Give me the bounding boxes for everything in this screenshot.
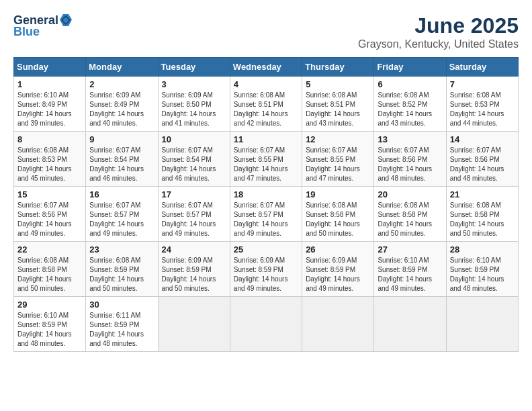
cell-info: Sunrise: 6:07 AMSunset: 8:56 PMDaylight:… <box>17 201 72 237</box>
day-number: 27 <box>378 244 442 255</box>
calendar-cell: 2 Sunrise: 6:09 AMSunset: 8:49 PMDayligh… <box>86 77 158 132</box>
cell-info: Sunrise: 6:08 AMSunset: 8:52 PMDaylight:… <box>378 91 432 127</box>
cell-info: Sunrise: 6:07 AMSunset: 8:56 PMDaylight:… <box>450 146 504 182</box>
day-number: 14 <box>450 134 515 144</box>
header-wednesday: Wednesday <box>230 58 302 77</box>
calendar-cell: 27 Sunrise: 6:10 AMSunset: 8:59 PMDaylig… <box>374 242 446 297</box>
calendar-cell <box>374 297 446 352</box>
header-friday: Friday <box>374 58 446 77</box>
day-number: 24 <box>162 244 226 255</box>
cell-info: Sunrise: 6:08 AMSunset: 8:58 PMDaylight:… <box>17 257 72 292</box>
calendar-cell: 7 Sunrise: 6:08 AMSunset: 8:53 PMDayligh… <box>446 77 518 132</box>
header-sunday: Sunday <box>14 58 86 77</box>
day-number: 21 <box>450 189 515 199</box>
day-number: 10 <box>162 134 226 144</box>
calendar-cell: 30 Sunrise: 6:11 AMSunset: 8:59 PMDaylig… <box>86 297 158 352</box>
cell-info: Sunrise: 6:08 AMSunset: 8:53 PMDaylight:… <box>17 146 72 182</box>
calendar-cell <box>302 297 374 352</box>
calendar-cell: 17 Sunrise: 6:07 AMSunset: 8:57 PMDaylig… <box>158 187 230 242</box>
title-area: June 2025 Grayson, Kentucky, United Stat… <box>358 13 519 50</box>
cell-info: Sunrise: 6:07 AMSunset: 8:57 PMDaylight:… <box>89 201 144 237</box>
cell-info: Sunrise: 6:08 AMSunset: 8:51 PMDaylight:… <box>234 91 288 127</box>
cell-info: Sunrise: 6:07 AMSunset: 8:57 PMDaylight:… <box>234 201 288 237</box>
calendar-cell: 28 Sunrise: 6:10 AMSunset: 8:59 PMDaylig… <box>446 242 518 297</box>
cell-info: Sunrise: 6:07 AMSunset: 8:55 PMDaylight:… <box>234 146 288 182</box>
calendar-cell: 25 Sunrise: 6:09 AMSunset: 8:59 PMDaylig… <box>230 242 302 297</box>
header-saturday: Saturday <box>446 58 518 77</box>
cell-info: Sunrise: 6:09 AMSunset: 8:50 PMDaylight:… <box>162 91 216 127</box>
cell-info: Sunrise: 6:09 AMSunset: 8:49 PMDaylight:… <box>89 91 144 127</box>
calendar-cell: 23 Sunrise: 6:08 AMSunset: 8:59 PMDaylig… <box>86 242 158 297</box>
calendar-cell: 18 Sunrise: 6:07 AMSunset: 8:57 PMDaylig… <box>230 187 302 242</box>
day-number: 16 <box>89 189 154 199</box>
calendar-cell: 20 Sunrise: 6:08 AMSunset: 8:58 PMDaylig… <box>374 187 446 242</box>
cell-info: Sunrise: 6:10 AMSunset: 8:59 PMDaylight:… <box>378 257 432 292</box>
logo-blue-text: Blue <box>13 25 40 39</box>
calendar-cell: 13 Sunrise: 6:07 AMSunset: 8:56 PMDaylig… <box>374 132 446 187</box>
day-number: 13 <box>378 134 442 144</box>
day-number: 2 <box>89 79 154 89</box>
calendar-cell: 26 Sunrise: 6:09 AMSunset: 8:59 PMDaylig… <box>302 242 374 297</box>
header-tuesday: Tuesday <box>158 58 230 77</box>
day-number: 26 <box>306 244 370 255</box>
day-number: 17 <box>162 189 226 199</box>
day-number: 20 <box>378 189 442 199</box>
logo: General Blue <box>13 13 72 39</box>
calendar-cell: 22 Sunrise: 6:08 AMSunset: 8:58 PMDaylig… <box>14 242 86 297</box>
cell-info: Sunrise: 6:09 AMSunset: 8:59 PMDaylight:… <box>162 257 216 292</box>
calendar-table: Sunday Monday Tuesday Wednesday Thursday… <box>13 57 519 352</box>
cell-info: Sunrise: 6:10 AMSunset: 8:49 PMDaylight:… <box>17 91 72 127</box>
calendar-cell: 16 Sunrise: 6:07 AMSunset: 8:57 PMDaylig… <box>86 187 158 242</box>
day-number: 6 <box>378 79 442 89</box>
day-number: 8 <box>17 134 82 144</box>
cell-info: Sunrise: 6:08 AMSunset: 8:58 PMDaylight:… <box>450 201 504 237</box>
day-number: 7 <box>450 79 515 89</box>
calendar-cell: 1 Sunrise: 6:10 AMSunset: 8:49 PMDayligh… <box>14 77 86 132</box>
month-title: June 2025 <box>358 13 519 38</box>
day-number: 29 <box>17 300 82 310</box>
day-number: 19 <box>306 189 370 199</box>
page-header: General Blue June 2025 Grayson, Kentucky… <box>13 13 519 50</box>
calendar-cell: 3 Sunrise: 6:09 AMSunset: 8:50 PMDayligh… <box>158 77 230 132</box>
cell-info: Sunrise: 6:08 AMSunset: 8:53 PMDaylight:… <box>450 91 504 127</box>
cell-info: Sunrise: 6:07 AMSunset: 8:57 PMDaylight:… <box>162 201 216 237</box>
day-number: 12 <box>306 134 370 144</box>
cell-info: Sunrise: 6:09 AMSunset: 8:59 PMDaylight:… <box>234 257 288 292</box>
calendar-cell: 29 Sunrise: 6:10 AMSunset: 8:59 PMDaylig… <box>14 297 86 352</box>
calendar-cell: 5 Sunrise: 6:08 AMSunset: 8:51 PMDayligh… <box>302 77 374 132</box>
calendar-header-row: Sunday Monday Tuesday Wednesday Thursday… <box>14 58 519 77</box>
day-number: 1 <box>17 79 82 89</box>
day-number: 3 <box>162 79 226 89</box>
day-number: 15 <box>17 189 82 199</box>
calendar-cell: 9 Sunrise: 6:07 AMSunset: 8:54 PMDayligh… <box>86 132 158 187</box>
header-thursday: Thursday <box>302 58 374 77</box>
logo-icon <box>60 14 72 26</box>
cell-info: Sunrise: 6:11 AMSunset: 8:59 PMDaylight:… <box>89 312 144 347</box>
location-title: Grayson, Kentucky, United States <box>358 38 519 50</box>
cell-info: Sunrise: 6:07 AMSunset: 8:55 PMDaylight:… <box>306 146 360 182</box>
day-number: 11 <box>234 134 298 144</box>
day-number: 18 <box>234 189 298 199</box>
cell-info: Sunrise: 6:07 AMSunset: 8:54 PMDaylight:… <box>89 146 144 182</box>
calendar-cell: 15 Sunrise: 6:07 AMSunset: 8:56 PMDaylig… <box>14 187 86 242</box>
calendar-cell: 4 Sunrise: 6:08 AMSunset: 8:51 PMDayligh… <box>230 77 302 132</box>
calendar-cell: 8 Sunrise: 6:08 AMSunset: 8:53 PMDayligh… <box>14 132 86 187</box>
calendar-cell <box>230 297 302 352</box>
day-number: 22 <box>17 244 82 255</box>
cell-info: Sunrise: 6:09 AMSunset: 8:59 PMDaylight:… <box>306 257 360 292</box>
cell-info: Sunrise: 6:08 AMSunset: 8:58 PMDaylight:… <box>378 201 432 237</box>
cell-info: Sunrise: 6:10 AMSunset: 8:59 PMDaylight:… <box>450 257 504 292</box>
calendar-cell: 14 Sunrise: 6:07 AMSunset: 8:56 PMDaylig… <box>446 132 518 187</box>
day-number: 23 <box>89 244 154 255</box>
day-number: 30 <box>89 300 154 310</box>
header-monday: Monday <box>86 58 158 77</box>
cell-info: Sunrise: 6:07 AMSunset: 8:56 PMDaylight:… <box>378 146 432 182</box>
calendar-cell: 10 Sunrise: 6:07 AMSunset: 8:54 PMDaylig… <box>158 132 230 187</box>
cell-info: Sunrise: 6:08 AMSunset: 8:51 PMDaylight:… <box>306 91 360 127</box>
cell-info: Sunrise: 6:10 AMSunset: 8:59 PMDaylight:… <box>17 312 72 347</box>
calendar-cell: 19 Sunrise: 6:08 AMSunset: 8:58 PMDaylig… <box>302 187 374 242</box>
day-number: 28 <box>450 244 515 255</box>
calendar-cell: 12 Sunrise: 6:07 AMSunset: 8:55 PMDaylig… <box>302 132 374 187</box>
day-number: 4 <box>234 79 298 89</box>
day-number: 25 <box>234 244 298 255</box>
